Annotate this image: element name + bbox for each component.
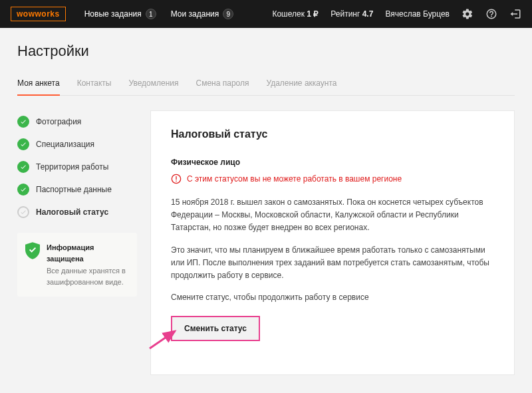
check-done-icon [17, 161, 29, 173]
info-box: Информация защищена Все данные хранятся … [17, 233, 137, 297]
entity-label: Физическое лицо [171, 158, 494, 167]
wallet[interactable]: Кошелек 1 ₽ [272, 9, 319, 19]
nav-new-tasks-count: 1 [146, 9, 156, 19]
check-done-icon [17, 138, 29, 150]
step-label: Паспортные данные [36, 185, 112, 194]
logo[interactable]: wowworks [11, 7, 66, 21]
check-done-icon [17, 116, 29, 128]
change-status-button[interactable]: Сменить статус [171, 316, 260, 341]
warning: С этим статусом вы не можете работать в … [171, 174, 494, 184]
rating-value: 4.7 [362, 9, 374, 19]
nav-my-tasks-label: Мои задания [171, 9, 219, 19]
logout-icon[interactable] [509, 8, 521, 20]
info-text: Информация защищена Все данные хранятся … [47, 242, 129, 287]
step-label: Налоговый статус [36, 207, 108, 217]
shield-icon [25, 242, 40, 259]
sidebar: ФотографияСпециализацияТерритория работы… [17, 110, 137, 375]
svg-rect-1 [176, 176, 176, 180]
content: ФотографияСпециализацияТерритория работы… [17, 110, 515, 375]
step-4[interactable]: Налоговый статус [17, 201, 137, 223]
nav-left: Новые задания 1 Мои задания 9 [84, 9, 234, 19]
check-done-icon [17, 184, 29, 196]
page: Настройки Моя анкетаКонтактыУведомленияС… [0, 28, 532, 393]
tabs: Моя анкетаКонтактыУведомленияСмена парол… [17, 72, 515, 96]
check-pending-icon [17, 206, 29, 218]
step-label: Территория работы [36, 162, 108, 172]
panel-title: Налоговый статус [171, 128, 494, 140]
rating: Рейтинг 4.7 [331, 9, 373, 19]
step-1[interactable]: Специализация [17, 133, 137, 156]
nav-my-tasks-count: 9 [223, 9, 233, 19]
info-body: Все данные хранятся в зашифрованном виде… [47, 267, 126, 286]
tab-1[interactable]: Контакты [77, 72, 112, 96]
rating-label: Рейтинг [331, 9, 360, 19]
wallet-label: Кошелек [272, 9, 305, 19]
main-panel: Налоговый статус Физическое лицо С этим … [150, 110, 515, 375]
svg-rect-2 [176, 181, 176, 182]
page-title: Настройки [17, 43, 515, 60]
gear-icon[interactable] [462, 8, 473, 20]
paragraph-1: 15 ноября 2018 г. вышел закон о самозаня… [171, 196, 494, 235]
tab-0[interactable]: Моя анкета [17, 72, 60, 96]
nav-right: Кошелек 1 ₽ Рейтинг 4.7 Вячеслав Бурцев [272, 8, 521, 20]
help-icon[interactable] [485, 8, 497, 20]
step-2[interactable]: Территория работы [17, 156, 137, 178]
nav-new-tasks-label: Новые задания [84, 9, 142, 19]
step-label: Фотография [36, 117, 81, 126]
top-bar: wowworks Новые задания 1 Мои задания 9 К… [0, 0, 532, 28]
tab-3[interactable]: Смена пароля [196, 72, 249, 96]
paragraph-3: Смените статус, чтобы продолжить работу … [171, 291, 494, 304]
info-title: Информация защищена [47, 242, 129, 264]
user-name[interactable]: Вячеслав Бурцев [385, 9, 450, 19]
nav-new-tasks[interactable]: Новые задания 1 [84, 9, 156, 19]
nav-my-tasks[interactable]: Мои задания 9 [171, 9, 234, 19]
wallet-value: 1 ₽ [307, 9, 319, 19]
paragraph-2: Это значит, что мы планируем в ближайшее… [171, 244, 494, 283]
step-label: Специализация [36, 140, 94, 149]
tab-4[interactable]: Удаление аккаунта [267, 72, 337, 96]
warning-text: С этим статусом вы не можете работать в … [187, 174, 402, 184]
step-3[interactable]: Паспортные данные [17, 178, 137, 201]
tab-2[interactable]: Уведомления [128, 72, 178, 96]
warning-icon [171, 174, 182, 184]
step-0[interactable]: Фотография [17, 110, 137, 133]
